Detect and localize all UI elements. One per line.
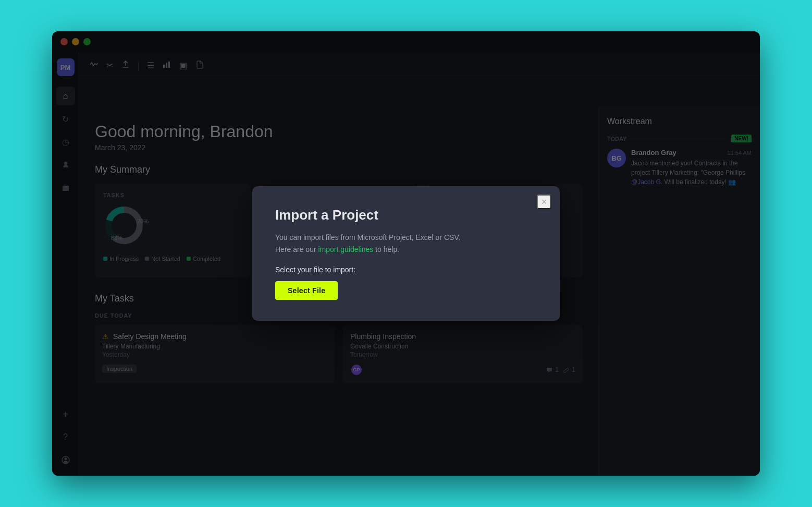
modal-overlay[interactable]: × Import a Project You can import files …	[52, 31, 760, 476]
import-guidelines-link[interactable]: import guidelines	[318, 245, 373, 254]
modal-file-label: Select your file to import:	[275, 265, 537, 274]
import-modal: × Import a Project You can import files …	[252, 186, 560, 321]
modal-description: You can import files from Microsoft Proj…	[275, 232, 537, 255]
app-window: PM ⌂ ↻ ◷ + ?	[52, 31, 760, 476]
modal-close-button[interactable]: ×	[537, 195, 551, 209]
modal-desc-after: to help.	[375, 245, 399, 254]
modal-title: Import a Project	[275, 207, 537, 223]
select-file-button[interactable]: Select File	[275, 281, 338, 300]
